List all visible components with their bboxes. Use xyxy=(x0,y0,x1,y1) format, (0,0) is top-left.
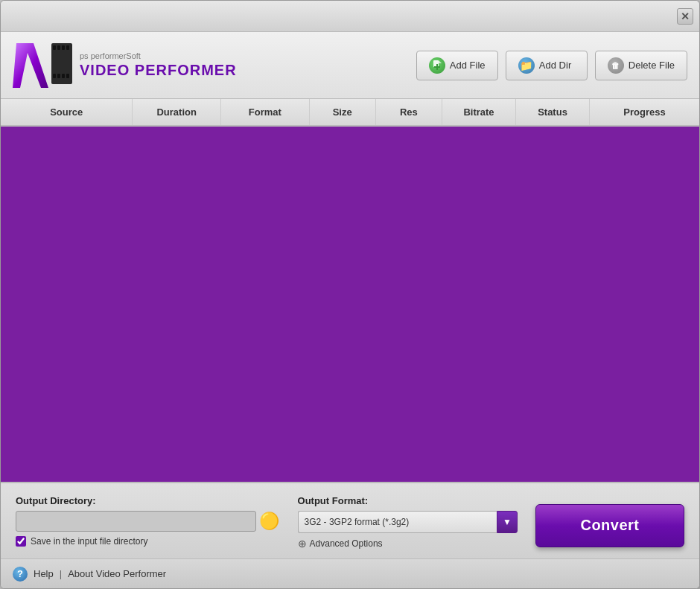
help-icon[interactable]: ? xyxy=(13,567,28,582)
delete-file-button[interactable]: 🗑 Delete File xyxy=(595,51,687,80)
format-dropdown-button[interactable]: ▼ xyxy=(497,511,518,533)
column-headers: Source Duration Format Size Res Bitrate … xyxy=(1,99,699,127)
dir-input-row: 🟡 xyxy=(16,511,280,532)
chevron-down-icon: ▼ xyxy=(503,517,512,527)
col-header-progress: Progress xyxy=(590,99,699,125)
header: ps performerSoft VIDEO PERFORMER Add Fil… xyxy=(1,32,699,99)
close-button[interactable]: ✕ xyxy=(677,8,693,25)
delete-file-label: Delete File xyxy=(629,60,675,71)
col-header-source: Source xyxy=(1,99,133,125)
help-link[interactable]: Help xyxy=(34,568,54,579)
bottom-row: Output Directory: 🟡 Save in the input fi… xyxy=(16,495,684,550)
output-dir-section: Output Directory: 🟡 Save in the input fi… xyxy=(16,495,280,547)
add-file-button[interactable]: Add File xyxy=(416,51,498,80)
col-header-bitrate: Bitrate xyxy=(442,99,516,125)
save-in-input-dir-checkbox[interactable] xyxy=(16,536,26,547)
logo-ps-text: ps performerSoft xyxy=(80,51,237,60)
svg-rect-6 xyxy=(57,74,60,78)
add-file-label: Add File xyxy=(450,60,486,71)
svg-rect-8 xyxy=(66,74,69,78)
col-header-duration: Duration xyxy=(133,99,221,125)
plus-circle-icon: ⊕ xyxy=(298,538,307,550)
title-bar: ✕ xyxy=(1,1,699,32)
save-checkbox-row: Save in the input file directory xyxy=(16,536,280,547)
add-dir-icon: 📁 xyxy=(518,57,535,74)
logo-title-text: VIDEO PERFORMER xyxy=(80,62,237,79)
svg-rect-2 xyxy=(57,45,60,50)
svg-rect-3 xyxy=(62,45,65,50)
output-dir-label: Output Directory: xyxy=(16,495,280,506)
col-header-format: Format xyxy=(221,99,310,125)
save-checkbox-label: Save in the input file directory xyxy=(31,536,147,547)
convert-button[interactable]: Convert xyxy=(535,504,684,547)
output-format-select[interactable]: 3G2 - 3GP2 format (*.3g2) xyxy=(298,511,497,533)
logo-text: ps performerSoft VIDEO PERFORMER xyxy=(80,51,237,79)
file-icon xyxy=(432,60,442,71)
app-window: ✕ xyxy=(0,0,700,589)
col-header-size: Size xyxy=(310,99,376,125)
about-link[interactable]: About Video Performer xyxy=(68,568,166,579)
bottom-panel: Output Directory: 🟡 Save in the input fi… xyxy=(1,482,699,558)
add-dir-button[interactable]: 📁 Add Dir xyxy=(506,51,588,80)
logo-area: ps performerSoft VIDEO PERFORMER xyxy=(13,39,237,92)
file-list[interactable] xyxy=(1,127,699,482)
svg-rect-5 xyxy=(53,74,56,78)
output-dir-input[interactable] xyxy=(16,511,256,532)
output-format-label: Output Format: xyxy=(298,495,518,506)
col-header-status: Status xyxy=(516,99,590,125)
toolbar-buttons: Add File 📁 Add Dir 🗑 Delete File xyxy=(416,51,687,80)
svg-marker-11 xyxy=(439,60,442,63)
advanced-options-link[interactable]: ⊕ Advanced Options xyxy=(298,538,518,550)
delete-file-icon: 🗑 xyxy=(608,57,624,74)
output-format-section: Output Format: 3G2 - 3GP2 format (*.3g2)… xyxy=(298,495,518,550)
advanced-options-label: Advanced Options xyxy=(310,538,383,549)
logo-icon xyxy=(13,39,80,92)
col-header-res: Res xyxy=(376,99,442,125)
footer: ? Help | About Video Performer xyxy=(1,558,699,588)
browse-folder-button[interactable]: 🟡 xyxy=(259,511,280,532)
add-dir-label: Add Dir xyxy=(539,60,571,71)
svg-rect-7 xyxy=(62,74,65,78)
svg-marker-9 xyxy=(13,43,48,88)
format-select-row: 3G2 - 3GP2 format (*.3g2) ▼ xyxy=(298,511,518,533)
add-file-icon xyxy=(429,57,445,74)
svg-rect-4 xyxy=(66,45,69,50)
footer-separator: | xyxy=(60,568,62,579)
svg-rect-1 xyxy=(53,45,56,50)
folder-icon: 🟡 xyxy=(259,512,279,531)
